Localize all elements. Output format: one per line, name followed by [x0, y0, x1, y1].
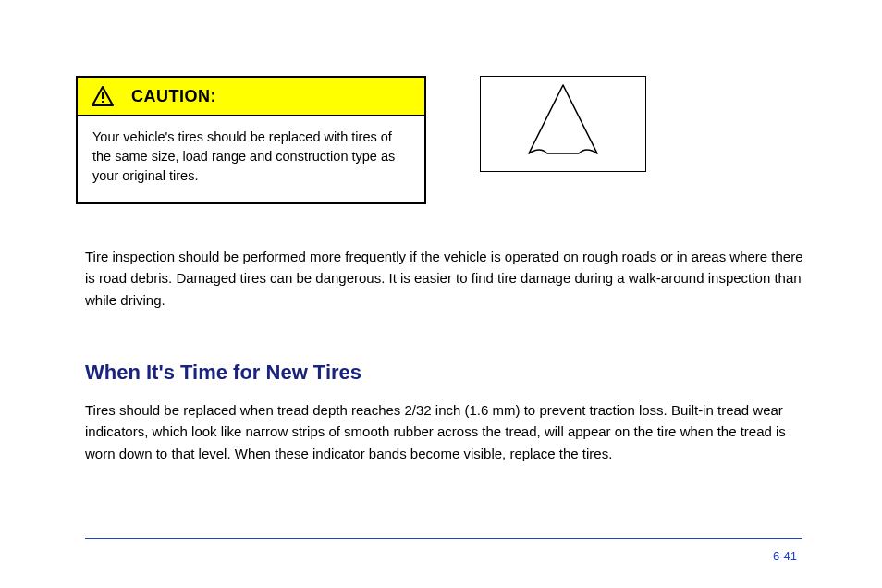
caution-title: CAUTION: [131, 87, 216, 106]
tread-indicator-icon [512, 81, 614, 166]
paragraph-inspection: Tire inspection should be performed more… [85, 246, 806, 311]
caution-body-text: Your vehicle's tires should be replaced … [78, 116, 424, 202]
tread-indicator-figure [480, 76, 646, 172]
svg-rect-1 [102, 92, 104, 99]
warning-triangle-icon [91, 85, 115, 107]
page-number: 6-41 [773, 549, 797, 563]
section-heading: When It's Time for New Tires [85, 361, 361, 385]
svg-rect-2 [102, 101, 104, 103]
footer-divider [85, 538, 802, 539]
caution-header: CAUTION: [78, 78, 424, 116]
caution-box: CAUTION: Your vehicle's tires should be … [76, 76, 426, 204]
paragraph-replace: Tires should be replaced when tread dept… [85, 399, 806, 464]
